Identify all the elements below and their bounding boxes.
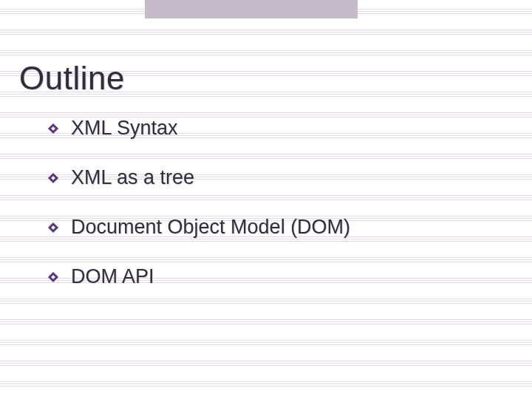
list-item: Document Object Model (DOM) — [47, 216, 491, 239]
list-item-label: DOM API — [71, 265, 154, 288]
list-item: XML as a tree — [47, 166, 491, 189]
list-item: XML Syntax — [47, 117, 491, 140]
diamond-bullet-icon — [47, 172, 59, 184]
list-item: DOM API — [47, 265, 491, 288]
list-item-label: XML as a tree — [71, 166, 194, 189]
diamond-bullet-icon — [47, 222, 59, 233]
bullet-list: XML Syntax XML as a tree Document Object… — [47, 117, 491, 315]
slide-title: Outline — [19, 60, 125, 97]
list-item-label: Document Object Model (DOM) — [71, 216, 350, 239]
diamond-bullet-icon — [47, 271, 59, 283]
top-accent-bar — [145, 0, 358, 18]
diamond-bullet-icon — [47, 123, 59, 134]
list-item-label: XML Syntax — [71, 117, 178, 140]
